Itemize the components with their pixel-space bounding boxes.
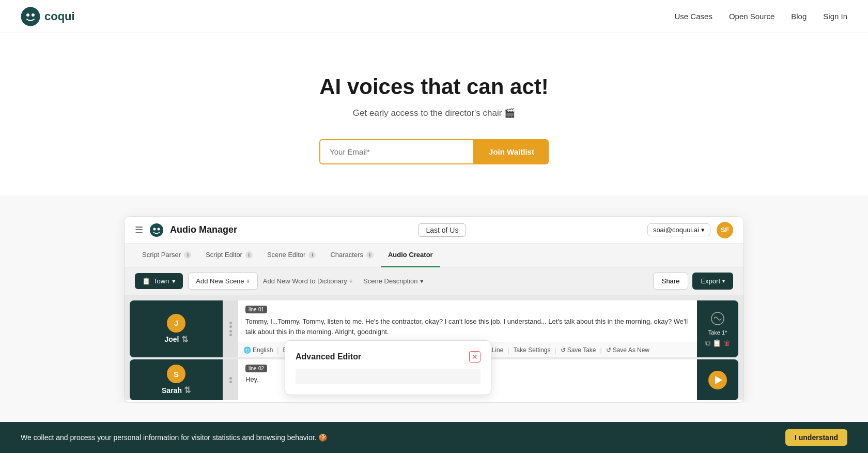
scene-label: Town xyxy=(153,277,169,285)
logo-icon xyxy=(21,7,40,26)
take-label: Take 1* xyxy=(708,329,727,336)
svg-point-5 xyxy=(158,228,160,230)
take-settings-button[interactable]: Take Settings xyxy=(514,346,551,354)
hero-title: AI voices that can act! xyxy=(10,74,858,99)
sarah-char-panel: S Sarah ⇅ xyxy=(130,359,223,400)
export-label: Export xyxy=(701,277,720,285)
svg-point-3 xyxy=(150,223,163,237)
tabs-bar: Script Parser ℹ Script Editor ℹ Scene Ed… xyxy=(125,244,743,267)
tab-script-editor-dot: ℹ xyxy=(245,251,253,259)
nav-open-source[interactable]: Open Source xyxy=(729,12,774,21)
main-nav: coqui Use Cases Open Source Blog Sign In xyxy=(0,0,868,33)
content-area: J Joel ⇅ line-01 Tommy, I xyxy=(125,295,743,400)
menu-icon[interactable]: ☰ xyxy=(135,224,143,236)
tab-audio-creator[interactable]: Audio Creator xyxy=(381,244,440,267)
app-logo-icon xyxy=(149,223,164,237)
tab-script-parser[interactable]: Script Parser ℹ xyxy=(135,244,198,267)
sarah-caret-icon[interactable]: ⇅ xyxy=(184,385,191,395)
save-take-button[interactable]: ↺ Save Take xyxy=(561,346,596,354)
dots-panel-joel xyxy=(223,300,238,357)
play-triangle-icon xyxy=(715,376,722,384)
joel-name: Joel xyxy=(164,335,179,343)
dot-3 xyxy=(229,330,232,333)
sarah-line-badge: line-02 xyxy=(245,365,267,372)
scene-icon: 📋 xyxy=(142,277,150,285)
logo[interactable]: coqui xyxy=(21,7,75,26)
sep-7: | xyxy=(600,346,602,354)
export-chevron-icon: ▾ xyxy=(722,278,725,284)
tab-characters-label: Characters xyxy=(330,251,363,259)
app-container: ☰ Audio Manager Last of Us soai@coquui.a… xyxy=(124,216,744,403)
project-badge[interactable]: Last of Us xyxy=(418,223,466,237)
joel-char-panel: J Joel ⇅ xyxy=(130,300,223,357)
nav-sign-in[interactable]: Sign In xyxy=(823,12,847,21)
tab-script-parser-label: Script Parser xyxy=(142,251,181,259)
scene-button[interactable]: 📋 Town ▾ xyxy=(135,273,183,289)
tab-script-parser-dot: ℹ xyxy=(184,251,191,259)
user-avatar[interactable]: SF xyxy=(717,222,733,238)
take-waveform-icon xyxy=(710,311,725,326)
clipboard-icon[interactable]: 📋 xyxy=(712,339,721,348)
adv-editor-header: Advanced Editor ✕ xyxy=(296,351,481,363)
app-title: Audio Manager xyxy=(170,224,237,235)
dot-2 xyxy=(229,325,232,328)
tab-script-editor-label: Script Editor xyxy=(206,251,242,259)
joel-line-badge: line-01 xyxy=(245,306,267,313)
nav-use-cases[interactable]: Use Cases xyxy=(675,12,712,21)
sep-5: | xyxy=(507,346,509,354)
user-dropdown[interactable]: soai@coquui.ai ▾ xyxy=(647,223,710,236)
svg-point-4 xyxy=(153,228,156,230)
sarah-drag-dots xyxy=(229,377,232,383)
sarah-dot-2 xyxy=(229,381,232,383)
join-waitlist-button[interactable]: Join Waitlist xyxy=(474,139,549,164)
sarah-play-panel xyxy=(697,359,738,400)
nav-links: Use Cases Open Source Blog Sign In xyxy=(675,12,847,21)
share-button[interactable]: Share xyxy=(653,273,689,290)
svg-point-0 xyxy=(21,7,40,26)
play-button[interactable] xyxy=(708,371,727,389)
nav-blog[interactable]: Blog xyxy=(791,12,807,21)
joel-dialogue-text[interactable]: Tommy, I...Tommy. Tommy, listen to me. H… xyxy=(245,316,690,337)
scene-desc-chevron-icon: ▾ xyxy=(420,277,424,285)
save-as-new-button[interactable]: ↺ Save As New xyxy=(606,346,649,354)
logo-text: coqui xyxy=(44,10,75,23)
adv-editor-content xyxy=(296,369,481,384)
user-email-label: soai@coquui.ai xyxy=(653,226,699,234)
joel-dialogue-area: line-01 Tommy, I...Tommy. Tommy, listen … xyxy=(238,300,697,342)
tab-characters[interactable]: Characters ℹ xyxy=(323,244,381,267)
add-word-button[interactable]: Add New Word to Dictionary + xyxy=(263,277,353,285)
save-take-label: Save Take xyxy=(567,346,596,354)
email-input[interactable] xyxy=(319,139,474,164)
adv-editor-close-button[interactable]: ✕ xyxy=(469,351,481,363)
scene-desc-label: Scene Description xyxy=(363,277,418,285)
hero-form: Join Waitlist xyxy=(10,139,858,164)
save-icon: ↺ xyxy=(606,346,611,354)
scene-dropdown-icon: ▾ xyxy=(172,277,176,285)
tab-script-editor[interactable]: Script Editor ℹ xyxy=(198,244,260,267)
save-as-new-label: Save As New xyxy=(613,346,649,354)
add-scene-button[interactable]: Add New Scene + xyxy=(188,273,257,290)
sep-1: | xyxy=(277,346,278,354)
drag-dots-2 xyxy=(229,330,232,336)
tab-scene-editor[interactable]: Scene Editor ℹ xyxy=(260,244,323,267)
copy-icon[interactable]: ⧉ xyxy=(705,339,710,348)
app-nav-right: soai@coquui.ai ▾ SF xyxy=(647,222,733,238)
toolbar-right: Share Export ▾ xyxy=(653,273,733,290)
adv-editor-title: Advanced Editor xyxy=(296,352,361,361)
hero-section: AI voices that can act! Get early access… xyxy=(0,33,868,195)
dot-1 xyxy=(229,322,232,324)
app-nav-center: Last of Us xyxy=(418,223,466,237)
scene-description-button[interactable]: Scene Description ▾ xyxy=(363,277,424,285)
svg-point-2 xyxy=(32,13,35,17)
take-action-icons: ⧉ 📋 🗑 xyxy=(705,339,731,348)
export-button[interactable]: Export ▾ xyxy=(692,273,733,290)
sep-6: | xyxy=(555,346,556,354)
dropdown-chevron-icon: ▾ xyxy=(701,226,705,234)
sarah-dot-1 xyxy=(229,377,232,380)
joel-caret-icon[interactable]: ⇅ xyxy=(181,335,188,344)
delete-icon[interactable]: 🗑 xyxy=(723,339,731,348)
tab-characters-dot: ℹ xyxy=(366,251,374,259)
tab-audio-creator-label: Audio Creator xyxy=(388,251,433,259)
dot-4 xyxy=(229,334,232,336)
language-button[interactable]: 🌐 English xyxy=(243,346,273,354)
